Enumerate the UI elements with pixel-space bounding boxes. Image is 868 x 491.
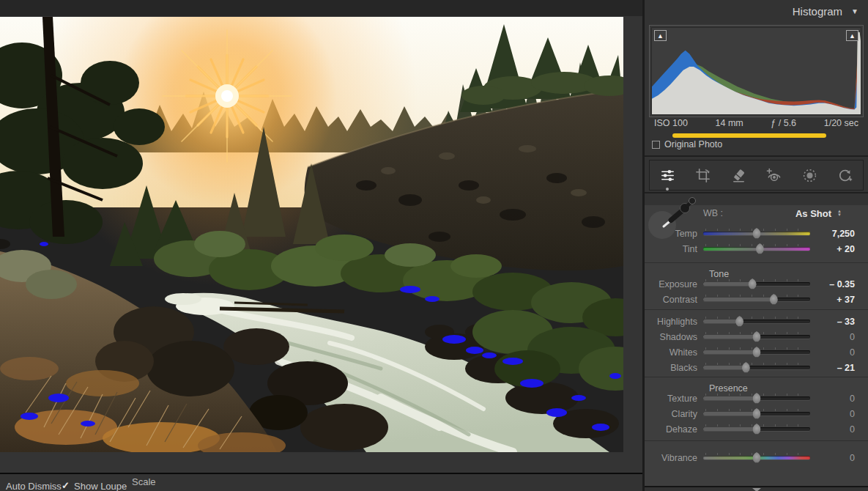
slider-row-vibrance: Vibrance0 (645, 450, 868, 465)
slider-track[interactable] (703, 247, 810, 251)
slider-value: 0 (810, 453, 868, 463)
slider-row-blacks: Blacks– 21 (645, 360, 868, 375)
original-photo-checkbox[interactable] (652, 141, 660, 149)
wb-preset-dropdown[interactable]: As Shot (795, 208, 831, 219)
slider-track[interactable] (703, 350, 810, 354)
slider-label: Highlights (645, 317, 697, 327)
exif-focal-length: 14 mm (716, 118, 743, 128)
slider-row-highlights: Highlights– 33 (645, 314, 868, 329)
slider-value: – 21 (810, 363, 868, 373)
slider-track[interactable] (703, 427, 810, 431)
slider-fill (703, 366, 746, 369)
slider-track[interactable] (703, 335, 810, 339)
slider-fill (703, 298, 774, 301)
shadow-clipping-indicator[interactable]: ▲ (654, 30, 667, 41)
top-strip (0, 0, 642, 16)
slider-label: Contrast (645, 295, 697, 305)
slider-fill (703, 282, 752, 286)
show-loupe-checkbox[interactable]: ✓ (62, 480, 70, 491)
slider-ticks (705, 279, 809, 281)
slider-value: 0 (810, 332, 868, 342)
slider-value: 7,250 (810, 229, 868, 239)
slider-fill (703, 320, 740, 323)
histogram-title: Histogram (793, 5, 842, 18)
slider-label: Clarity (645, 409, 697, 419)
photo (0, 17, 623, 452)
slider-row-whites: Whites0 (645, 344, 868, 360)
section-vibrance: Vibrance0 (645, 440, 868, 468)
crop-icon[interactable] (692, 164, 714, 186)
original-photo-label: Original Photo (664, 139, 722, 149)
slider-label: Whites (645, 347, 697, 358)
slider-label: Vibrance (645, 453, 697, 463)
slider-value: + 37 (810, 295, 868, 305)
slider-fill (703, 427, 757, 431)
auto-dismiss-label[interactable]: Auto Dismiss (6, 481, 62, 491)
section-header-tone: Tone (645, 263, 868, 276)
slider-track[interactable] (703, 366, 810, 369)
wb-row: WB : As Shot ▲ ▼ (645, 205, 868, 221)
slider-row-shadows: Shadows0 (645, 329, 868, 344)
photo-canvas[interactable] (0, 17, 623, 452)
section-tone: ToneExposure– 0.35Contrast+ 37 (645, 262, 868, 309)
scroll-down-icon[interactable] (752, 488, 761, 491)
masking-icon[interactable] (798, 164, 820, 186)
exif-iso: ISO 100 (654, 118, 688, 128)
original-photo-row[interactable]: Original Photo (652, 139, 722, 149)
red-eye-icon[interactable] (763, 164, 785, 186)
accent-bar (672, 133, 826, 138)
slider-track[interactable] (703, 320, 810, 323)
slider-ticks (705, 295, 809, 297)
slider-value: 0 (810, 347, 868, 358)
slider-label: Tint (645, 244, 697, 254)
histogram-box: ▲ ▲ (649, 25, 864, 117)
slider-row-temp: Temp7,250 (645, 226, 868, 241)
slider-row-clarity: Clarity0 (645, 406, 868, 421)
healing-eraser-icon[interactable] (727, 164, 749, 186)
histogram-plot[interactable]: ▲ ▲ (651, 27, 861, 115)
sync-icon[interactable] (834, 164, 856, 186)
slider-fill (703, 350, 757, 354)
collapse-panel-icon[interactable]: ▼ (851, 7, 858, 15)
histogram-module: Histogram ▼ ▲ ▲ ISO 100 14 mm ƒ / 5.6 1/… (645, 0, 868, 157)
chevron-down-icon: ▼ (837, 213, 842, 217)
slider-value: 0 (810, 409, 868, 419)
wb-label: WB : (703, 208, 723, 218)
section-tone2: Highlights– 33Shadows0Whites0Blacks– 21 (645, 309, 868, 377)
scale-label: Scale (132, 476, 156, 487)
basic-panel: WB : As Shot ▲ ▼ Temp7,250Tint+ 20ToneEx… (645, 205, 868, 487)
slider-label: Exposure (645, 279, 697, 289)
slider-track[interactable] (703, 456, 810, 459)
slider-fill (703, 396, 757, 400)
highlight-clipping-indicator[interactable]: ▲ (846, 30, 858, 41)
edit-sliders-icon[interactable] (656, 164, 678, 186)
slider-value: 0 (810, 394, 868, 404)
exif-shutter: 1/20 sec (824, 118, 858, 128)
histogram-header[interactable]: Histogram ▼ (645, 0, 868, 22)
exif-info-row: ISO 100 14 mm ƒ / 5.6 1/20 sec (645, 118, 868, 128)
slider-fill (703, 335, 757, 339)
slider-fill (703, 412, 757, 416)
canvas-area: Auto Dismiss ✓ Show Loupe Scale (0, 0, 642, 491)
slider-track[interactable] (703, 282, 810, 286)
wb-dropdown-arrows[interactable]: ▲ ▼ (837, 210, 842, 217)
slider-label: Temp (645, 229, 697, 239)
slider-row-exposure: Exposure– 0.35 (645, 276, 868, 292)
slider-track[interactable] (703, 298, 810, 301)
slider-label: Blacks (645, 363, 697, 373)
slider-row-contrast: Contrast+ 37 (645, 292, 868, 307)
slider-track[interactable] (703, 232, 810, 235)
slider-track[interactable] (703, 412, 810, 416)
slider-row-tint: Tint+ 20 (645, 241, 868, 256)
histogram-svg (652, 28, 861, 114)
slider-label: Texture (645, 394, 697, 404)
show-loupe-label[interactable]: Show Loupe (74, 481, 127, 491)
slider-row-dehaze: Dehaze0 (645, 421, 868, 437)
section-header-presence: Presence (645, 377, 868, 391)
section-presence: PresenceTexture0Clarity0Dehaze0 (645, 377, 868, 440)
tool-strip (649, 160, 864, 191)
slider-label: Dehaze (645, 424, 697, 435)
slider-track[interactable] (703, 396, 810, 400)
slider-value: – 33 (810, 317, 868, 327)
slider-value: – 0.35 (810, 279, 868, 289)
